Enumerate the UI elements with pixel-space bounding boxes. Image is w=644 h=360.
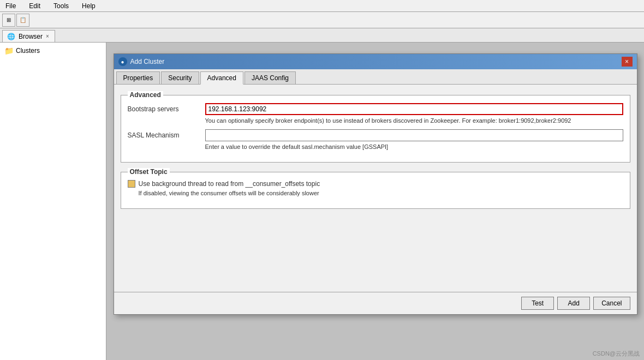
tab-advanced[interactable]: Advanced <box>200 71 243 85</box>
test-button[interactable]: Test <box>521 297 554 310</box>
menu-tools[interactable]: Tools <box>50 1 72 11</box>
dialog-title: ● Add Cluster <box>118 57 165 66</box>
dialog-title-text: Add Cluster <box>130 58 165 65</box>
dialog-tab-bar: Properties Security Advanced JAAS Config <box>114 69 637 85</box>
tab-properties[interactable]: Properties <box>116 71 160 84</box>
bootstrap-row: Bootstrap servers <box>128 103 623 115</box>
cancel-button[interactable]: Cancel <box>593 297 630 310</box>
tab-security[interactable]: Security <box>161 71 199 84</box>
sidebar-item-clusters[interactable]: 📁 Clusters <box>0 45 106 57</box>
add-button[interactable]: Add <box>557 297 590 310</box>
offset-checkbox-label: Use background thread to read from __con… <box>139 180 320 188</box>
dialog-titlebar: ● Add Cluster × <box>114 54 637 69</box>
sasl-hint: Enter a value to override the default sa… <box>205 143 623 150</box>
browser-tab-label: Browser <box>19 33 43 40</box>
sasl-label: SASL Mechanism <box>128 131 199 139</box>
dialog-body: Advanced Bootstrap servers You can optio… <box>114 85 637 292</box>
menu-file[interactable]: File <box>2 1 19 11</box>
browser-tab[interactable]: 🌐 Browser × <box>2 30 55 42</box>
toolbar: ⊞ 📋 <box>0 12 644 28</box>
sasl-row: SASL Mechanism <box>128 129 623 141</box>
offset-checkbox-row: Use background thread to read from __con… <box>128 180 623 188</box>
bootstrap-hint: You can optionally specify broker endpoi… <box>205 117 623 124</box>
menu-edit[interactable]: Edit <box>26 1 44 11</box>
watermark: CSDN@云分黑战 <box>593 350 640 358</box>
menu-bar: File Edit Tools Help <box>0 0 644 12</box>
sasl-input[interactable] <box>205 129 623 141</box>
offset-checkbox[interactable] <box>128 180 135 188</box>
add-cluster-dialog: ● Add Cluster × Properties Security Adva… <box>114 53 637 315</box>
toolbar-btn-1[interactable]: ⊞ <box>2 14 15 27</box>
bootstrap-label: Bootstrap servers <box>128 105 199 113</box>
toolbar-btn-2[interactable]: 📋 <box>16 14 29 27</box>
advanced-fieldset: Advanced Bootstrap servers You can optio… <box>121 91 630 163</box>
dialog-footer: Test Add Cancel <box>114 292 637 314</box>
dialog-title-icon: ● <box>118 57 127 66</box>
offset-topic-fieldset: Offset Topic Use background thread to re… <box>121 168 630 209</box>
tab-jaas-config[interactable]: JAAS Config <box>245 71 296 84</box>
offset-hint: If disabled, viewing the consumer offset… <box>139 190 623 196</box>
modal-overlay: ● Add Cluster × Properties Security Adva… <box>106 43 644 360</box>
browser-tab-bar: 🌐 Browser × <box>0 28 644 43</box>
menu-help[interactable]: Help <box>79 1 99 11</box>
sidebar-clusters-label: Clusters <box>16 47 40 55</box>
sidebar: 📁 Clusters <box>0 43 106 360</box>
dialog-close-button[interactable]: × <box>622 57 633 67</box>
browser-tab-icon: 🌐 <box>7 33 15 40</box>
main-area: 📁 Clusters ● Add Cluster × Properties <box>0 43 644 360</box>
advanced-legend: Advanced <box>128 91 163 99</box>
folder-icon: 📁 <box>4 46 14 55</box>
content-area: ● Add Cluster × Properties Security Adva… <box>106 43 644 360</box>
bootstrap-input[interactable] <box>205 103 623 115</box>
offset-legend: Offset Topic <box>128 168 170 176</box>
browser-tab-close[interactable]: × <box>46 33 49 39</box>
